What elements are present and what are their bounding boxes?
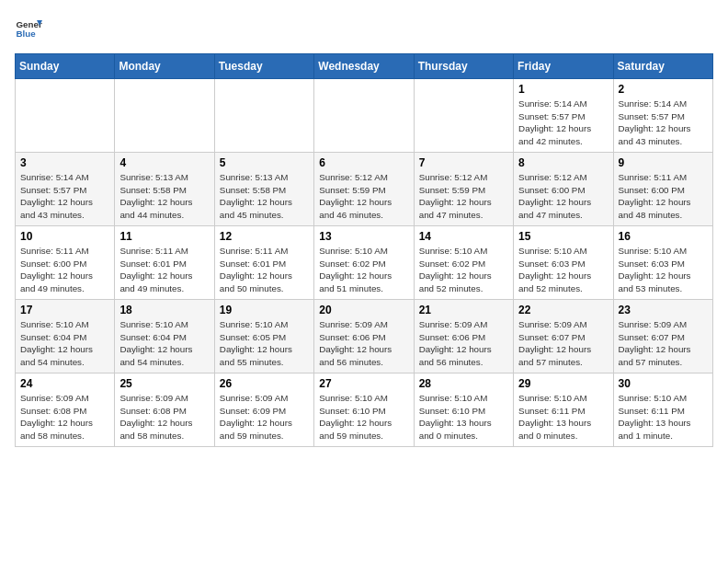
day-number: 6: [319, 156, 408, 169]
day-number: 5: [220, 156, 309, 169]
weekday-header-thursday: Thursday: [414, 54, 513, 79]
calendar-cell: 11Sunrise: 5:11 AM Sunset: 6:01 PM Dayli…: [115, 226, 214, 300]
day-info: Sunrise: 5:11 AM Sunset: 6:00 PM Dayligh…: [619, 171, 708, 222]
day-number: 9: [619, 156, 708, 169]
calendar-cell: 18Sunrise: 5:10 AM Sunset: 6:04 PM Dayli…: [115, 300, 214, 373]
calendar-cell: 17Sunrise: 5:10 AM Sunset: 6:04 PM Dayli…: [16, 300, 115, 373]
day-info: Sunrise: 5:10 AM Sunset: 6:03 PM Dayligh…: [518, 245, 608, 295]
day-info: Sunrise: 5:09 AM Sunset: 6:07 PM Dayligh…: [619, 318, 708, 369]
day-info: Sunrise: 5:09 AM Sunset: 6:06 PM Dayligh…: [319, 318, 408, 369]
calendar-cell: 23Sunrise: 5:09 AM Sunset: 6:07 PM Dayli…: [613, 300, 712, 373]
calendar-cell: 4Sunrise: 5:13 AM Sunset: 5:58 PM Daylig…: [115, 153, 214, 226]
logo-icon: General Blue: [15, 15, 42, 42]
day-number: 19: [220, 304, 309, 316]
day-info: Sunrise: 5:12 AM Sunset: 5:59 PM Dayligh…: [419, 171, 508, 222]
weekday-header-monday: Monday: [115, 54, 214, 79]
day-number: 15: [518, 230, 608, 243]
calendar-cell: 10Sunrise: 5:11 AM Sunset: 6:00 PM Dayli…: [16, 226, 115, 300]
calendar-cell: 16Sunrise: 5:10 AM Sunset: 6:03 PM Dayli…: [613, 226, 712, 300]
page-header: General Blue: [15, 15, 713, 42]
day-info: Sunrise: 5:09 AM Sunset: 6:08 PM Dayligh…: [119, 392, 209, 442]
calendar-cell: 28Sunrise: 5:10 AM Sunset: 6:10 PM Dayli…: [414, 373, 513, 447]
day-info: Sunrise: 5:13 AM Sunset: 5:58 PM Dayligh…: [220, 171, 309, 222]
calendar-week-2: 3Sunrise: 5:14 AM Sunset: 5:57 PM Daylig…: [16, 153, 713, 226]
weekday-header-tuesday: Tuesday: [214, 54, 313, 79]
day-number: 17: [20, 304, 109, 316]
calendar-week-5: 24Sunrise: 5:09 AM Sunset: 6:08 PM Dayli…: [16, 373, 713, 447]
calendar-cell: 15Sunrise: 5:10 AM Sunset: 6:03 PM Dayli…: [514, 226, 613, 300]
day-number: 24: [20, 377, 109, 390]
calendar-cell: [314, 79, 414, 153]
day-number: 13: [319, 230, 408, 243]
day-number: 18: [119, 304, 209, 316]
calendar-cell: 21Sunrise: 5:09 AM Sunset: 6:06 PM Dayli…: [414, 300, 513, 373]
day-info: Sunrise: 5:09 AM Sunset: 6:06 PM Dayligh…: [419, 318, 508, 369]
calendar-cell: 12Sunrise: 5:11 AM Sunset: 6:01 PM Dayli…: [214, 226, 313, 300]
day-number: 29: [518, 377, 608, 390]
calendar-cell: 7Sunrise: 5:12 AM Sunset: 5:59 PM Daylig…: [414, 153, 513, 226]
day-info: Sunrise: 5:11 AM Sunset: 6:01 PM Dayligh…: [220, 245, 309, 295]
day-info: Sunrise: 5:10 AM Sunset: 6:03 PM Dayligh…: [619, 245, 708, 295]
calendar-cell: 20Sunrise: 5:09 AM Sunset: 6:06 PM Dayli…: [314, 300, 414, 373]
day-number: 7: [419, 156, 508, 169]
day-number: 27: [319, 377, 408, 390]
calendar-cell: 8Sunrise: 5:12 AM Sunset: 6:00 PM Daylig…: [514, 153, 613, 226]
day-number: 10: [20, 230, 109, 243]
calendar-cell: 6Sunrise: 5:12 AM Sunset: 5:59 PM Daylig…: [314, 153, 414, 226]
day-info: Sunrise: 5:12 AM Sunset: 5:59 PM Dayligh…: [319, 171, 408, 222]
day-info: Sunrise: 5:14 AM Sunset: 5:57 PM Dayligh…: [20, 171, 109, 222]
weekday-header-saturday: Saturday: [613, 54, 712, 79]
calendar-cell: 22Sunrise: 5:09 AM Sunset: 6:07 PM Dayli…: [514, 300, 613, 373]
calendar-cell: 1Sunrise: 5:14 AM Sunset: 5:57 PM Daylig…: [514, 79, 613, 153]
day-number: 14: [419, 230, 508, 243]
day-number: 3: [20, 156, 109, 169]
day-number: 11: [119, 230, 209, 243]
calendar-cell: 30Sunrise: 5:10 AM Sunset: 6:11 PM Dayli…: [613, 373, 712, 447]
day-info: Sunrise: 5:09 AM Sunset: 6:07 PM Dayligh…: [518, 318, 608, 369]
day-number: 30: [619, 377, 708, 390]
calendar-cell: 29Sunrise: 5:10 AM Sunset: 6:11 PM Dayli…: [514, 373, 613, 447]
calendar-week-1: 1Sunrise: 5:14 AM Sunset: 5:57 PM Daylig…: [16, 79, 713, 153]
day-number: 2: [619, 83, 708, 96]
calendar-header: SundayMondayTuesdayWednesdayThursdayFrid…: [16, 54, 713, 79]
day-info: Sunrise: 5:10 AM Sunset: 6:11 PM Dayligh…: [518, 392, 608, 442]
day-info: Sunrise: 5:10 AM Sunset: 6:11 PM Dayligh…: [619, 392, 708, 442]
calendar-table: SundayMondayTuesdayWednesdayThursdayFrid…: [15, 53, 713, 447]
day-number: 23: [619, 304, 708, 316]
day-number: 4: [119, 156, 209, 169]
day-number: 22: [518, 304, 608, 316]
day-number: 21: [419, 304, 508, 316]
weekday-header-friday: Friday: [514, 54, 613, 79]
day-number: 8: [518, 156, 608, 169]
day-number: 28: [419, 377, 508, 390]
day-info: Sunrise: 5:10 AM Sunset: 6:10 PM Dayligh…: [419, 392, 508, 442]
calendar-week-3: 10Sunrise: 5:11 AM Sunset: 6:00 PM Dayli…: [16, 226, 713, 300]
weekday-header-sunday: Sunday: [16, 54, 115, 79]
day-info: Sunrise: 5:11 AM Sunset: 6:01 PM Dayligh…: [119, 245, 209, 295]
calendar-cell: [414, 79, 513, 153]
day-info: Sunrise: 5:10 AM Sunset: 6:04 PM Dayligh…: [119, 318, 209, 369]
calendar-cell: [115, 79, 214, 153]
calendar-cell: 2Sunrise: 5:14 AM Sunset: 5:57 PM Daylig…: [613, 79, 712, 153]
day-number: 16: [619, 230, 708, 243]
day-info: Sunrise: 5:14 AM Sunset: 5:57 PM Dayligh…: [619, 98, 708, 148]
day-info: Sunrise: 5:10 AM Sunset: 6:02 PM Dayligh…: [319, 245, 408, 295]
day-number: 26: [220, 377, 309, 390]
day-info: Sunrise: 5:10 AM Sunset: 6:02 PM Dayligh…: [419, 245, 508, 295]
calendar-cell: [214, 79, 313, 153]
day-info: Sunrise: 5:10 AM Sunset: 6:05 PM Dayligh…: [220, 318, 309, 369]
day-info: Sunrise: 5:10 AM Sunset: 6:04 PM Dayligh…: [20, 318, 109, 369]
calendar-cell: 24Sunrise: 5:09 AM Sunset: 6:08 PM Dayli…: [16, 373, 115, 447]
calendar-cell: 25Sunrise: 5:09 AM Sunset: 6:08 PM Dayli…: [115, 373, 214, 447]
calendar-cell: 3Sunrise: 5:14 AM Sunset: 5:57 PM Daylig…: [16, 153, 115, 226]
svg-text:Blue: Blue: [17, 29, 37, 39]
day-info: Sunrise: 5:11 AM Sunset: 6:00 PM Dayligh…: [20, 245, 109, 295]
day-number: 25: [119, 377, 209, 390]
calendar-cell: [16, 79, 115, 153]
day-info: Sunrise: 5:10 AM Sunset: 6:10 PM Dayligh…: [319, 392, 408, 442]
day-info: Sunrise: 5:14 AM Sunset: 5:57 PM Dayligh…: [518, 98, 608, 148]
day-info: Sunrise: 5:09 AM Sunset: 6:08 PM Dayligh…: [20, 392, 109, 442]
day-info: Sunrise: 5:13 AM Sunset: 5:58 PM Dayligh…: [119, 171, 209, 222]
calendar-cell: 5Sunrise: 5:13 AM Sunset: 5:58 PM Daylig…: [214, 153, 313, 226]
calendar-cell: 9Sunrise: 5:11 AM Sunset: 6:00 PM Daylig…: [613, 153, 712, 226]
